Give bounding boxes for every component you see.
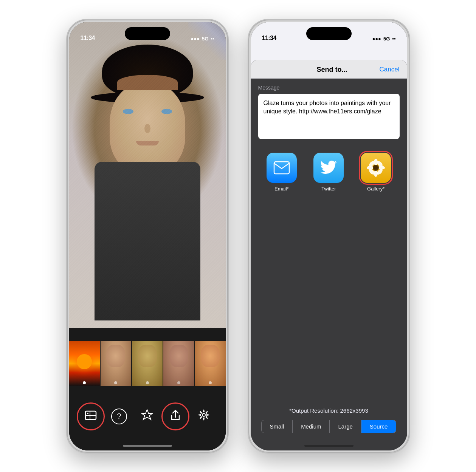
share-sheet: Send to... Cancel Message Glaze turns yo…	[251, 60, 407, 450]
message-text: Glaze turns your photos into paintings w…	[264, 100, 391, 115]
twitter-icon	[313, 153, 344, 183]
size-medium-button[interactable]: Medium	[293, 420, 330, 433]
status-time-1: 11:34	[81, 35, 95, 42]
share-option-gallery[interactable]: Gallery*	[361, 153, 391, 192]
share-label-email: Email*	[274, 186, 289, 192]
thumb-dot-0	[83, 381, 86, 384]
svg-rect-5	[274, 162, 289, 174]
share-icon	[169, 409, 181, 424]
svg-rect-0	[85, 411, 96, 419]
thumb-dot-2	[146, 381, 149, 384]
status-time-2: 11:34	[262, 35, 276, 42]
thumbnail-3[interactable]	[163, 341, 194, 386]
thumbnail-strip	[69, 341, 226, 386]
phone-2: 11:34 ●●● 5G ▪▪ Send to... Cancel	[248, 19, 410, 453]
phone-1-inner: 11:34 ●●● 5G ▪▪	[69, 22, 226, 450]
gallery-icon	[85, 409, 97, 424]
size-buttons: Small Medium Large Source	[261, 420, 397, 433]
photo-main	[69, 22, 226, 328]
phones-container: 11:34 ●●● 5G ▪▪	[55, 8, 422, 465]
svg-point-3	[87, 413, 88, 414]
thumbnail-0[interactable]	[69, 341, 100, 386]
phone-1: 11:34 ●●● 5G ▪▪	[66, 19, 229, 453]
sheet-title: Send to...	[285, 66, 380, 74]
thumb-dot-4	[209, 381, 212, 384]
signal-indicator-1: ●●●	[191, 36, 200, 42]
share-label-twitter: Twitter	[321, 186, 336, 192]
paint-texture-overlay	[69, 22, 226, 328]
svg-point-16	[374, 166, 378, 170]
home-indicator-2	[304, 445, 354, 447]
battery-indicator-2: ▪▪	[392, 36, 395, 42]
sheet-spacer	[251, 199, 407, 401]
network-type-1: 5G	[202, 36, 208, 42]
size-large-button[interactable]: Large	[330, 420, 361, 433]
message-label: Message	[258, 85, 400, 91]
svg-rect-1	[85, 411, 90, 419]
thumb-dot-3	[177, 381, 180, 384]
share-button[interactable]	[164, 405, 187, 428]
thumbnail-2[interactable]	[132, 341, 163, 386]
dynamic-island-2	[306, 27, 352, 40]
email-icon	[267, 153, 297, 183]
resolution-label: *Output Resolution: 2662x3993	[258, 407, 400, 414]
pin-icon	[141, 409, 153, 424]
help-icon: ?	[111, 409, 127, 424]
thumb-dot-1	[114, 381, 117, 384]
phone-2-screen: Send to... Cancel Message Glaze turns yo…	[251, 22, 407, 450]
settings-icon	[198, 409, 210, 424]
gallery-icon-share	[361, 153, 391, 183]
sheet-header: Send to... Cancel	[251, 60, 407, 79]
share-option-twitter[interactable]: Twitter	[313, 153, 344, 192]
dynamic-island-1	[125, 27, 170, 40]
thumbnail-1[interactable]	[101, 341, 131, 386]
message-box[interactable]: Glaze turns your photos into paintings w…	[258, 94, 400, 139]
svg-point-4	[202, 413, 205, 416]
size-small-button[interactable]: Small	[262, 420, 293, 433]
settings-button[interactable]	[192, 405, 215, 428]
share-label-gallery: Gallery*	[367, 186, 385, 192]
home-indicator-1	[123, 445, 172, 447]
resolution-section: *Output Resolution: 2662x3993 Small Medi…	[251, 401, 407, 439]
share-option-email[interactable]: Email*	[267, 153, 297, 192]
help-button[interactable]: ?	[108, 405, 130, 428]
size-source-button[interactable]: Source	[361, 420, 396, 433]
network-type-2: 5G	[383, 36, 390, 42]
bottom-toolbar: ?	[69, 394, 226, 439]
pin-button[interactable]	[136, 405, 158, 428]
battery-indicator-1: ▪▪	[211, 36, 214, 42]
cancel-button[interactable]: Cancel	[380, 66, 400, 73]
share-options: Email* Twitter	[251, 145, 407, 199]
phone-1-screen: ?	[69, 22, 226, 450]
thumbnail-4[interactable]	[195, 341, 225, 386]
phone-2-inner: 11:34 ●●● 5G ▪▪ Send to... Cancel	[251, 22, 407, 450]
message-section: Message Glaze turns your photos into pai…	[251, 79, 407, 145]
status-icons-2: ●●● 5G ▪▪	[372, 36, 395, 42]
gallery-button[interactable]	[79, 405, 102, 428]
signal-indicator-2: ●●●	[372, 36, 381, 42]
status-icons-1: ●●● 5G ▪▪	[191, 36, 214, 42]
